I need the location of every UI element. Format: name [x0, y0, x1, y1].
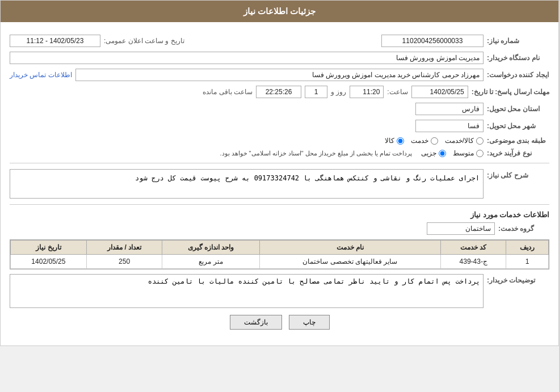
purchase-type-label: نوع فرآیند خرید: — [487, 149, 549, 157]
table-cell-0-3: متر مربع — [162, 255, 259, 269]
col-header-quantity: تعداد / مقدار — [86, 241, 162, 255]
creator-value: مهرزاد حرمی کارشناس خرید مدیریت اموزش وی… — [75, 69, 484, 81]
purchase-type-radio-group: متوسط جزیی — [421, 149, 484, 157]
service-group-label: گروه خدمت: — [498, 225, 549, 233]
col-header-service-code: کد خدمت — [441, 241, 506, 255]
col-header-service-name: نام خدمت — [259, 241, 440, 255]
deadline-remaining-label: ساعت باقی مانده — [203, 88, 253, 96]
service-group-value: ساختمان — [427, 222, 495, 235]
category-option-kala-khadmat[interactable]: کالا/خدمت — [445, 137, 484, 145]
col-header-unit: واحد اندازه گیری — [162, 241, 259, 255]
table-cell-0-0: 1 — [506, 255, 549, 269]
purchase-note: پرداخت تمام یا بخشی از مبلغ خریداز محل "… — [220, 150, 412, 157]
purchase-option-jozi-label: جزیی — [421, 149, 436, 157]
purchase-option-jozi[interactable]: جزیی — [421, 149, 446, 157]
deadline-date: 1402/05/25 — [411, 86, 468, 98]
services-table: ردیف کد خدمت نام خدمت واحد اندازه گیری ت… — [10, 240, 549, 269]
buyer-org-label: نام دستگاه خریدار: — [487, 54, 549, 62]
need-number-label: شماره نیاز: — [487, 37, 549, 45]
deadline-day-label: روز و — [331, 88, 346, 96]
deadline-remaining: 22:25:26 — [256, 86, 301, 98]
page-title: جزئیات اطلاعات نیاز — [243, 6, 316, 16]
page-header: جزئیات اطلاعات نیاز — [1, 1, 558, 22]
announce-datetime-label: تاریخ و ساعت اعلان عمومی: — [104, 37, 184, 45]
need-number-value: 1102004256000033 — [381, 35, 484, 47]
purchase-option-motavaset-label: متوسط — [453, 149, 474, 157]
category-option-kala-label: کالا — [385, 137, 394, 145]
table-cell-0-2: سایر فعالیتهای تخصصی ساختمان — [259, 255, 440, 269]
services-table-container: ردیف کد خدمت نام خدمت واحد اندازه گیری ت… — [10, 239, 549, 269]
deadline-label: مهلت ارسال پاسخ: تا تاریخ: — [472, 88, 549, 96]
contact-link[interactable]: اطلاعات تماس خریدار — [10, 71, 72, 79]
deadline-days: 1 — [305, 86, 327, 98]
print-button[interactable]: چاپ — [289, 315, 330, 330]
creator-label: ایجاد کننده درخواست: — [487, 71, 549, 79]
category-radio-group: کالا/خدمت خدمت کالا — [385, 137, 484, 145]
province-label: استان محل تحویل: — [487, 105, 549, 113]
buyer-notes-textarea[interactable]: پرداخت پس اتمام کار و تایید ناظر تمامی م… — [10, 274, 484, 308]
province-value: فارس — [415, 103, 484, 115]
services-info-title: اطلاعات خدمات مورد نیاز — [10, 210, 549, 219]
category-option-kala[interactable]: کالا — [385, 137, 404, 145]
category-option-khadmat-label: خدمت — [411, 137, 428, 145]
general-desc-textarea[interactable]: اجرای عملیات رنگ و نقاشی و کنتکس هماهنگی… — [10, 169, 484, 199]
col-header-row-num: ردیف — [506, 241, 549, 255]
city-value: فسا — [415, 120, 484, 132]
deadline-time: 11:20 — [350, 86, 384, 98]
footer-buttons: چاپ بازگشت — [10, 308, 549, 339]
buyer-org-value: مدیریت اموزش ویرورش فسا — [10, 52, 484, 64]
purchase-option-motavaset[interactable]: متوسط — [453, 149, 484, 157]
table-row: 1ج-43-439سایر فعالیتهای تخصصی ساختمانمتر… — [11, 255, 549, 269]
col-header-date: تاریخ نیاز — [11, 241, 87, 255]
table-cell-0-1: ج-43-439 — [441, 255, 506, 269]
table-cell-0-5: 1402/05/25 — [11, 255, 87, 269]
deadline-time-label: ساعت: — [387, 88, 407, 96]
category-option-khadmat[interactable]: خدمت — [411, 137, 438, 145]
general-desc-label: شرح کلی نیاز: — [487, 169, 549, 179]
city-label: شهر محل تحویل: — [487, 122, 549, 130]
category-label: طبقه بندی موضوعی: — [487, 137, 549, 145]
announce-datetime-value: 1402/05/23 - 11:12 — [10, 35, 100, 47]
back-button[interactable]: بازگشت — [230, 315, 282, 330]
table-cell-0-4: 250 — [86, 255, 162, 269]
buyer-notes-label: توضیحات خریدار: — [487, 274, 549, 284]
category-option-kala-khadmat-label: کالا/خدمت — [445, 137, 474, 145]
